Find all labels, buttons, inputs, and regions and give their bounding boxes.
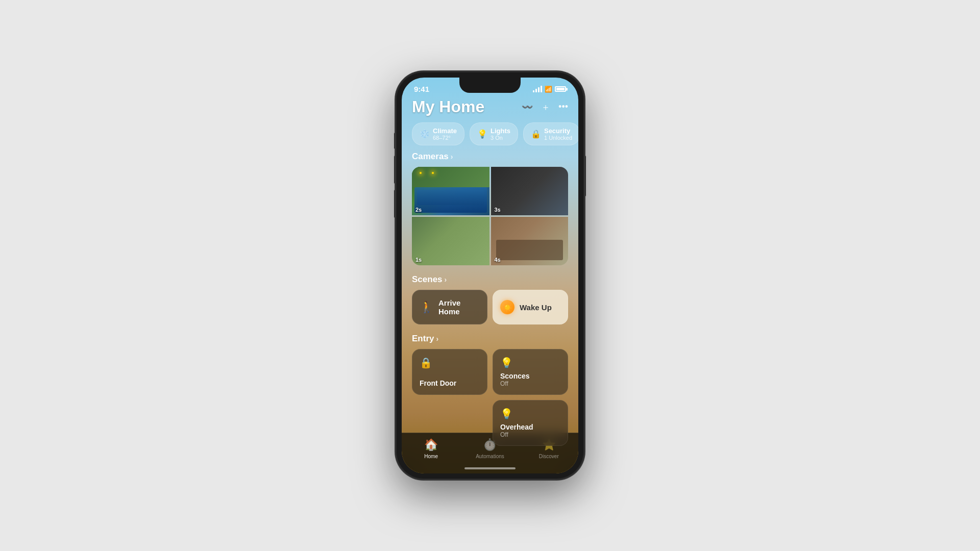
entry-label: Entry <box>412 334 434 344</box>
climate-chip[interactable]: ❄️ Climate 68–72° <box>412 122 464 145</box>
waveform-icon[interactable]: 〰️ <box>522 102 533 113</box>
climate-sub: 68–72° <box>433 135 457 141</box>
overhead-icon: 💡 <box>500 408 560 420</box>
wake-up-sun-icon: ☀️ <box>500 300 514 314</box>
cam2-timestamp: 3s <box>495 207 501 213</box>
security-icon: 🔒 <box>531 129 541 139</box>
status-icons: 📶 <box>533 86 566 93</box>
front-door-lock-icon: 🔒 <box>420 357 480 369</box>
battery-icon <box>555 86 566 92</box>
cameras-section-header[interactable]: Cameras › <box>412 152 568 162</box>
header: My Home 〰️ ＋ ••• <box>402 93 578 116</box>
security-label: Security <box>544 127 572 135</box>
front-door-label: Front Door <box>420 379 480 387</box>
camera-pool[interactable]: 2s <box>412 167 489 215</box>
home-indicator <box>464 467 516 469</box>
cameras-label: Cameras <box>412 152 449 162</box>
arrive-home-label: Arrive Home <box>438 298 480 316</box>
overhead-card[interactable]: 💡 Overhead Off <box>493 400 568 446</box>
lights-icon: 💡 <box>477 129 487 139</box>
sconces-card[interactable]: 💡 Sconces Off <box>493 349 568 395</box>
signal-bar-2 <box>535 89 537 92</box>
climate-icon: ❄️ <box>420 129 430 139</box>
scroll-content: Cameras › 2s <box>402 152 578 446</box>
pool-light-1 <box>420 172 422 174</box>
page-title: My Home <box>412 97 484 116</box>
scenes-label: Scenes <box>412 274 443 285</box>
climate-label: Climate <box>433 127 457 135</box>
chips-row: ❄️ Climate 68–72° 💡 Lights 3 On 🔒 <box>402 116 578 152</box>
pool-deck-visual <box>412 167 489 187</box>
living-room-visual <box>496 240 564 260</box>
pool-water-visual <box>414 187 487 213</box>
entry-chevron-icon: › <box>436 335 438 343</box>
add-icon[interactable]: ＋ <box>541 101 550 113</box>
more-icon[interactable]: ••• <box>558 102 568 112</box>
camera-living-room[interactable]: 4s <box>491 217 569 265</box>
home-nav-label: Home <box>424 454 438 459</box>
automations-nav-label: Automations <box>476 454 504 459</box>
cam1-timestamp: 2s <box>415 207 422 213</box>
signal-bar-1 <box>533 90 534 92</box>
arrive-home-card[interactable]: 🚶 Arrive Home <box>412 290 487 324</box>
security-sub: 1 Unlocked <box>544 135 572 141</box>
arrive-home-icon: 🚶 <box>420 300 433 314</box>
security-chip[interactable]: 🔒 Security 1 Unlocked <box>523 122 578 145</box>
status-bar: 9:41 📶 <box>402 78 578 93</box>
front-door-card[interactable]: 🔒 Front Door <box>412 349 487 395</box>
signal-bar-3 <box>538 87 540 92</box>
cam1-lights <box>420 172 434 174</box>
cam4-timestamp: 4s <box>495 257 501 263</box>
wake-up-label: Wake Up <box>520 303 552 312</box>
pool-light-2 <box>432 172 434 174</box>
entry-section-header[interactable]: Entry › <box>412 334 568 344</box>
scenes-row: 🚶 Arrive Home ☀️ Wake Up <box>412 290 568 324</box>
phone-screen: 9:41 📶 My Home <box>402 78 578 473</box>
lights-chip[interactable]: 💡 Lights 3 On <box>470 122 518 145</box>
camera-grid: 2s 3s 1s 4s <box>412 167 568 265</box>
cam3-timestamp: 1s <box>415 257 422 263</box>
sconces-label: Sconces <box>500 372 560 380</box>
phone-shell: 9:41 📶 My Home <box>396 71 584 480</box>
battery-fill <box>556 88 565 90</box>
overhead-label: Overhead <box>500 423 560 431</box>
phone-wrapper: 9:41 📶 My Home <box>396 71 584 480</box>
cameras-chevron-icon: › <box>451 153 453 161</box>
discover-nav-label: Discover <box>539 454 559 459</box>
lights-label: Lights <box>491 127 510 135</box>
scenes-section-header[interactable]: Scenes › <box>412 274 568 285</box>
status-time: 9:41 <box>414 85 429 93</box>
header-icons: 〰️ ＋ ••• <box>522 101 568 113</box>
overhead-sub: Off <box>500 431 560 438</box>
scenes-chevron-icon: › <box>445 276 447 284</box>
signal-bars-icon <box>533 86 542 92</box>
camera-exterior[interactable]: 1s <box>412 217 489 265</box>
sconces-sub: Off <box>500 380 560 387</box>
signal-bar-4 <box>541 86 542 92</box>
lights-sub: 3 On <box>491 135 510 141</box>
entry-grid: 🔒 Front Door 💡 Sconces Off 💡 Overhea <box>412 349 568 446</box>
wake-up-card[interactable]: ☀️ Wake Up <box>493 290 568 324</box>
wifi-icon: 📶 <box>545 86 552 93</box>
camera-gym[interactable]: 3s <box>491 167 569 215</box>
sconces-icon: 💡 <box>500 357 560 369</box>
